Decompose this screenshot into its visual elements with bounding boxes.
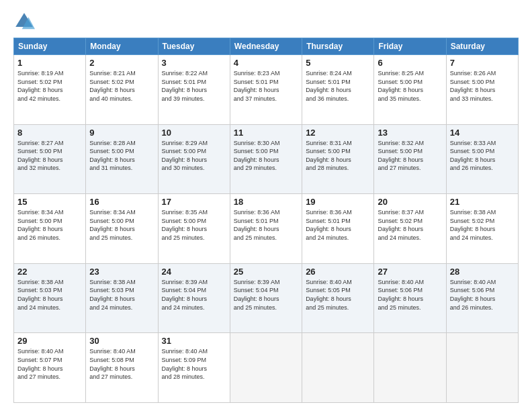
day-number: 27 xyxy=(378,267,442,277)
day-info: Sunrise: 8:19 AM Sunset: 5:02 PM Dayligh… xyxy=(17,69,82,103)
calendar-cell: 13Sunrise: 8:32 AM Sunset: 5:00 PM Dayli… xyxy=(374,124,446,194)
calendar-cell: 8Sunrise: 8:27 AM Sunset: 5:00 PM Daylig… xyxy=(14,124,86,194)
col-header-thursday: Thursday xyxy=(302,38,374,55)
calendar-cell: 20Sunrise: 8:37 AM Sunset: 5:02 PM Dayli… xyxy=(374,194,446,264)
day-info: Sunrise: 8:21 AM Sunset: 5:02 PM Dayligh… xyxy=(89,69,154,103)
day-info: Sunrise: 8:39 AM Sunset: 5:04 PM Dayligh… xyxy=(234,278,298,312)
col-header-tuesday: Tuesday xyxy=(158,38,230,55)
day-info: Sunrise: 8:29 AM Sunset: 5:00 PM Dayligh… xyxy=(162,139,226,173)
header xyxy=(13,11,519,32)
week-row-5: 29Sunrise: 8:40 AM Sunset: 5:07 PM Dayli… xyxy=(14,333,519,403)
calendar-cell: 11Sunrise: 8:30 AM Sunset: 5:00 PM Dayli… xyxy=(230,124,302,194)
calendar-cell xyxy=(302,333,374,403)
col-header-monday: Monday xyxy=(86,38,158,55)
calendar-cell: 6Sunrise: 8:25 AM Sunset: 5:00 PM Daylig… xyxy=(374,55,446,125)
day-info: Sunrise: 8:37 AM Sunset: 5:02 PM Dayligh… xyxy=(378,208,442,242)
calendar-cell xyxy=(374,333,446,403)
calendar-cell: 22Sunrise: 8:38 AM Sunset: 5:03 PM Dayli… xyxy=(14,263,86,333)
calendar-cell: 18Sunrise: 8:36 AM Sunset: 5:01 PM Dayli… xyxy=(230,194,302,264)
logo-icon xyxy=(13,11,35,32)
day-number: 10 xyxy=(162,128,226,138)
calendar-cell: 5Sunrise: 8:24 AM Sunset: 5:01 PM Daylig… xyxy=(302,55,374,125)
day-number: 12 xyxy=(306,128,370,138)
calendar-table: SundayMondayTuesdayWednesdayThursdayFrid… xyxy=(13,38,519,403)
day-number: 6 xyxy=(378,58,442,68)
day-info: Sunrise: 8:23 AM Sunset: 5:01 PM Dayligh… xyxy=(234,69,298,103)
calendar-cell: 21Sunrise: 8:38 AM Sunset: 5:02 PM Dayli… xyxy=(446,194,518,264)
day-info: Sunrise: 8:33 AM Sunset: 5:00 PM Dayligh… xyxy=(450,139,515,173)
day-number: 13 xyxy=(378,128,442,138)
day-number: 22 xyxy=(17,267,82,277)
day-info: Sunrise: 8:40 AM Sunset: 5:08 PM Dayligh… xyxy=(89,347,154,381)
calendar-cell: 7Sunrise: 8:26 AM Sunset: 5:00 PM Daylig… xyxy=(446,55,518,125)
calendar-cell: 1Sunrise: 8:19 AM Sunset: 5:02 PM Daylig… xyxy=(14,55,86,125)
day-info: Sunrise: 8:22 AM Sunset: 5:01 PM Dayligh… xyxy=(162,69,226,103)
day-number: 17 xyxy=(162,197,226,207)
day-info: Sunrise: 8:25 AM Sunset: 5:00 PM Dayligh… xyxy=(378,69,442,103)
calendar-cell: 25Sunrise: 8:39 AM Sunset: 5:04 PM Dayli… xyxy=(230,263,302,333)
calendar-cell: 31Sunrise: 8:40 AM Sunset: 5:09 PM Dayli… xyxy=(158,333,230,403)
calendar-cell: 17Sunrise: 8:35 AM Sunset: 5:00 PM Dayli… xyxy=(158,194,230,264)
day-number: 1 xyxy=(17,58,82,68)
calendar-cell: 14Sunrise: 8:33 AM Sunset: 5:00 PM Dayli… xyxy=(446,124,518,194)
day-number: 3 xyxy=(162,58,226,68)
day-number: 9 xyxy=(89,128,154,138)
calendar-cell: 2Sunrise: 8:21 AM Sunset: 5:02 PM Daylig… xyxy=(86,55,158,125)
calendar-cell: 19Sunrise: 8:36 AM Sunset: 5:01 PM Dayli… xyxy=(302,194,374,264)
day-number: 20 xyxy=(378,197,442,207)
col-header-sunday: Sunday xyxy=(14,38,86,55)
day-number: 2 xyxy=(89,58,154,68)
day-info: Sunrise: 8:36 AM Sunset: 5:01 PM Dayligh… xyxy=(234,208,298,242)
week-row-3: 15Sunrise: 8:34 AM Sunset: 5:00 PM Dayli… xyxy=(14,194,519,264)
calendar-cell: 30Sunrise: 8:40 AM Sunset: 5:08 PM Dayli… xyxy=(86,333,158,403)
day-number: 30 xyxy=(89,336,154,346)
day-info: Sunrise: 8:34 AM Sunset: 5:00 PM Dayligh… xyxy=(89,208,154,242)
day-info: Sunrise: 8:40 AM Sunset: 5:05 PM Dayligh… xyxy=(306,278,370,312)
calendar-cell xyxy=(446,333,518,403)
day-info: Sunrise: 8:38 AM Sunset: 5:03 PM Dayligh… xyxy=(17,278,82,312)
day-info: Sunrise: 8:31 AM Sunset: 5:00 PM Dayligh… xyxy=(306,139,370,173)
day-number: 4 xyxy=(234,58,298,68)
logo xyxy=(13,11,38,32)
day-number: 18 xyxy=(234,197,298,207)
day-info: Sunrise: 8:38 AM Sunset: 5:03 PM Dayligh… xyxy=(89,278,154,312)
day-number: 28 xyxy=(450,267,515,277)
day-number: 15 xyxy=(17,197,82,207)
page: SundayMondayTuesdayWednesdayThursdayFrid… xyxy=(0,0,532,411)
day-number: 26 xyxy=(306,267,370,277)
day-number: 29 xyxy=(17,336,82,346)
day-info: Sunrise: 8:26 AM Sunset: 5:00 PM Dayligh… xyxy=(450,69,515,103)
day-info: Sunrise: 8:35 AM Sunset: 5:00 PM Dayligh… xyxy=(162,208,226,242)
calendar-cell: 9Sunrise: 8:28 AM Sunset: 5:00 PM Daylig… xyxy=(86,124,158,194)
day-info: Sunrise: 8:34 AM Sunset: 5:00 PM Dayligh… xyxy=(17,208,82,242)
day-info: Sunrise: 8:36 AM Sunset: 5:01 PM Dayligh… xyxy=(306,208,370,242)
day-number: 24 xyxy=(162,267,226,277)
day-info: Sunrise: 8:40 AM Sunset: 5:06 PM Dayligh… xyxy=(378,278,442,312)
day-number: 14 xyxy=(450,128,515,138)
calendar-cell: 23Sunrise: 8:38 AM Sunset: 5:03 PM Dayli… xyxy=(86,263,158,333)
day-info: Sunrise: 8:40 AM Sunset: 5:07 PM Dayligh… xyxy=(17,347,82,381)
calendar-cell: 16Sunrise: 8:34 AM Sunset: 5:00 PM Dayli… xyxy=(86,194,158,264)
calendar-cell: 4Sunrise: 8:23 AM Sunset: 5:01 PM Daylig… xyxy=(230,55,302,125)
week-row-1: 1Sunrise: 8:19 AM Sunset: 5:02 PM Daylig… xyxy=(14,55,519,125)
day-number: 11 xyxy=(234,128,298,138)
day-number: 23 xyxy=(89,267,154,277)
day-info: Sunrise: 8:28 AM Sunset: 5:00 PM Dayligh… xyxy=(89,139,154,173)
day-info: Sunrise: 8:40 AM Sunset: 5:09 PM Dayligh… xyxy=(162,347,226,381)
calendar-cell xyxy=(230,333,302,403)
day-number: 7 xyxy=(450,58,515,68)
calendar-cell: 15Sunrise: 8:34 AM Sunset: 5:00 PM Dayli… xyxy=(14,194,86,264)
calendar-cell: 3Sunrise: 8:22 AM Sunset: 5:01 PM Daylig… xyxy=(158,55,230,125)
calendar-cell: 27Sunrise: 8:40 AM Sunset: 5:06 PM Dayli… xyxy=(374,263,446,333)
week-row-4: 22Sunrise: 8:38 AM Sunset: 5:03 PM Dayli… xyxy=(14,263,519,333)
calendar-cell: 12Sunrise: 8:31 AM Sunset: 5:00 PM Dayli… xyxy=(302,124,374,194)
calendar-cell: 26Sunrise: 8:40 AM Sunset: 5:05 PM Dayli… xyxy=(302,263,374,333)
day-info: Sunrise: 8:30 AM Sunset: 5:00 PM Dayligh… xyxy=(234,139,298,173)
day-info: Sunrise: 8:24 AM Sunset: 5:01 PM Dayligh… xyxy=(306,69,370,103)
header-row: SundayMondayTuesdayWednesdayThursdayFrid… xyxy=(14,38,519,55)
calendar-cell: 28Sunrise: 8:40 AM Sunset: 5:06 PM Dayli… xyxy=(446,263,518,333)
week-row-2: 8Sunrise: 8:27 AM Sunset: 5:00 PM Daylig… xyxy=(14,124,519,194)
col-header-friday: Friday xyxy=(374,38,446,55)
day-info: Sunrise: 8:27 AM Sunset: 5:00 PM Dayligh… xyxy=(17,139,82,173)
calendar-cell: 24Sunrise: 8:39 AM Sunset: 5:04 PM Dayli… xyxy=(158,263,230,333)
